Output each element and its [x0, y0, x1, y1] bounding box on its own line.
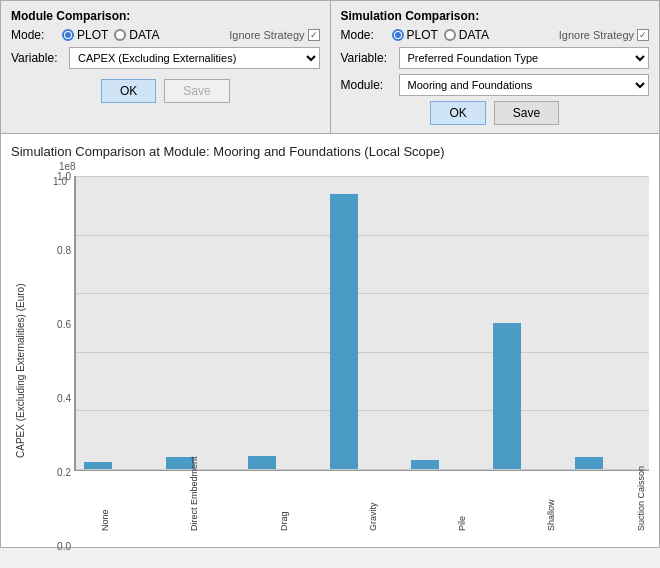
ytick-label-0.6: 0.6: [29, 319, 71, 330]
bar-pile: [411, 460, 439, 469]
module-mode-row: Mode: PLOT DATA Ignore Strategy ✓: [11, 28, 320, 42]
module-mode-label: Mode:: [11, 28, 56, 42]
sim-variable-label: Variable:: [341, 51, 393, 65]
sim-mode-row: Mode: PLOT DATA Ignore Strategy ✓: [341, 28, 650, 42]
module-radio-plot[interactable]: PLOT: [62, 28, 108, 42]
chart-container: Simulation Comparison at Module: Mooring…: [0, 133, 660, 548]
sim-radio-plot[interactable]: PLOT: [392, 28, 438, 42]
module-ignore-strategy: Ignore Strategy ✓: [229, 29, 319, 41]
grid-line-80: [76, 235, 649, 236]
sim-data-radio-circle[interactable]: [444, 29, 456, 41]
module-save-button[interactable]: Save: [164, 79, 229, 103]
module-variable-row: Variable: CAPEX (Excluding Externalities…: [11, 47, 320, 69]
sim-module-label: Module:: [341, 78, 393, 92]
ytick-label-0.2: 0.2: [29, 467, 71, 478]
sim-module-row: Module: Mooring and Foundations: [341, 74, 650, 96]
xlabel-shallow: Shallow: [528, 473, 556, 531]
chart-plot-area: 1e8 1.0 1.0 0.8 0.6 0.4 0.2 0.0: [29, 161, 654, 531]
bar-shallow: [493, 323, 521, 470]
sim-mode-label: Mode:: [341, 28, 386, 42]
sim-ok-button[interactable]: OK: [430, 101, 485, 125]
bars-background: [74, 176, 649, 471]
module-radio-data[interactable]: DATA: [114, 28, 159, 42]
bar-drag: [248, 456, 276, 469]
bar-none: [84, 462, 112, 469]
module-ok-button[interactable]: OK: [101, 79, 156, 103]
sim-radio-data[interactable]: DATA: [444, 28, 489, 42]
xlabel-none: None: [82, 473, 110, 531]
sim-variable-select[interactable]: Preferred Foundation Type: [399, 47, 650, 69]
sim-module-select[interactable]: Mooring and Foundations: [399, 74, 650, 96]
grid-line-20: [76, 410, 649, 411]
simulation-comparison-title: Simulation Comparison:: [341, 9, 650, 23]
sim-plot-radio-circle[interactable]: [392, 29, 404, 41]
module-comparison-panel: Module Comparison: Mode: PLOT DATA Ignor…: [1, 1, 331, 133]
chart-area: CAPEX (Excluding Externalities) (Euro) 1…: [11, 161, 654, 531]
module-data-label: DATA: [129, 28, 159, 42]
simulation-comparison-panel: Simulation Comparison: Mode: PLOT DATA I…: [331, 1, 660, 133]
sim-save-button[interactable]: Save: [494, 101, 559, 125]
module-plot-radio-circle[interactable]: [62, 29, 74, 41]
module-button-row: OK Save: [11, 79, 320, 103]
xlabel-pile: Pile: [439, 473, 467, 531]
module-plot-label: PLOT: [77, 28, 108, 42]
xlabel-suction-caisson: Suction Caisson: [618, 473, 646, 531]
sim-ignore-strategy: Ignore Strategy ✓: [559, 29, 649, 41]
sim-ignore-checkbox[interactable]: ✓: [637, 29, 649, 41]
module-variable-select[interactable]: CAPEX (Excluding Externalities): [69, 47, 320, 69]
sim-button-row: OK Save: [341, 101, 650, 125]
bar-gravity: [330, 194, 358, 469]
ytick-label-0.0: 0.0: [29, 541, 71, 552]
sim-data-label: DATA: [459, 28, 489, 42]
ytick-label-0.8: 0.8: [29, 245, 71, 256]
xlabel-gravity: Gravity: [350, 473, 378, 531]
grid-line-60: [76, 293, 649, 294]
grid-line-0: [76, 469, 649, 470]
sim-plot-label: PLOT: [407, 28, 438, 42]
module-ignore-label: Ignore Strategy: [229, 29, 304, 41]
bar-suction-caisson: [575, 457, 603, 469]
xlabel-direct-embedment: Direct Embedment: [171, 473, 199, 531]
module-data-radio-circle[interactable]: [114, 29, 126, 41]
sim-ignore-label: Ignore Strategy: [559, 29, 634, 41]
ytick-label-1.0: 1.0: [29, 171, 71, 182]
grid-line-40: [76, 352, 649, 353]
sim-variable-row: Variable: Preferred Foundation Type: [341, 47, 650, 69]
top-panels-container: Module Comparison: Mode: PLOT DATA Ignor…: [0, 0, 660, 133]
module-variable-label: Variable:: [11, 51, 63, 65]
grid-line-100: [76, 176, 649, 177]
module-ignore-checkbox[interactable]: ✓: [308, 29, 320, 41]
module-comparison-title: Module Comparison:: [11, 9, 320, 23]
y-axis-label: CAPEX (Excluding Externalities) (Euro): [11, 161, 29, 531]
xlabel-drag: Drag: [261, 473, 289, 531]
chart-title: Simulation Comparison at Module: Mooring…: [11, 144, 654, 159]
ytick-label-0.4: 0.4: [29, 393, 71, 404]
